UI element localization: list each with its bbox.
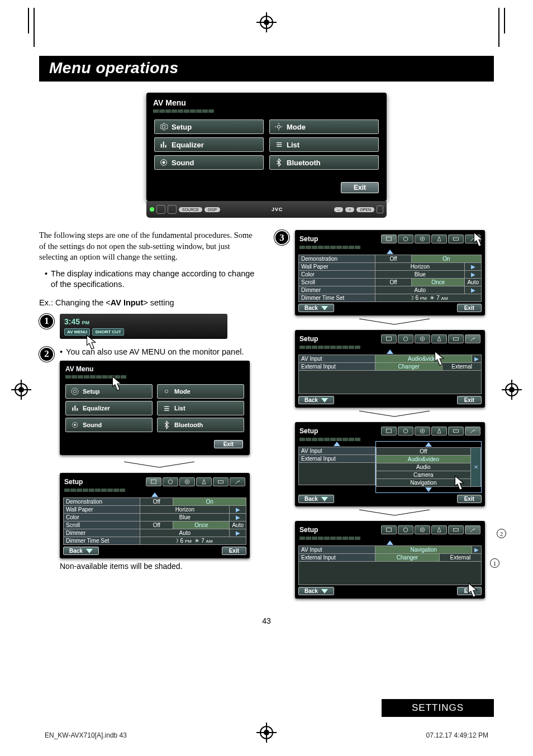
opt-on[interactable]: On bbox=[173, 498, 246, 506]
opt-audiovideo[interactable]: Audio&video bbox=[376, 456, 470, 463]
tab-monitor-icon[interactable] bbox=[381, 235, 397, 243]
tab-input-icon[interactable] bbox=[448, 235, 464, 243]
tab-clock-icon[interactable] bbox=[398, 525, 413, 534]
chevron-right-icon[interactable]: ▶ bbox=[230, 506, 246, 514]
menu-item-sound[interactable]: Sound bbox=[65, 418, 153, 432]
back-button[interactable]: Back bbox=[298, 495, 334, 503]
tab-wrench-icon[interactable] bbox=[465, 235, 480, 243]
chin-disp-button[interactable]: DISP bbox=[204, 207, 220, 212]
chevron-right-icon[interactable]: ▶ bbox=[465, 286, 482, 294]
opt-off[interactable]: Off bbox=[375, 279, 411, 286]
exit-button[interactable]: Exit bbox=[457, 396, 482, 404]
opt-navigation[interactable]: Navigation bbox=[376, 479, 470, 487]
tab-wrench-icon[interactable] bbox=[230, 477, 245, 486]
tab-tuner-icon[interactable] bbox=[431, 334, 447, 343]
menu-item-bluetooth[interactable]: Bluetooth bbox=[269, 155, 379, 170]
menu-item-setup[interactable]: Setup bbox=[154, 119, 264, 134]
exit-button[interactable]: Exit bbox=[457, 304, 482, 312]
exit-button[interactable]: Exit bbox=[457, 587, 482, 595]
opt-off[interactable]: Off bbox=[375, 255, 411, 263]
tab-wrench-icon[interactable] bbox=[465, 334, 480, 343]
opt-off[interactable]: Off bbox=[140, 498, 173, 506]
menu-item-sound[interactable]: Sound bbox=[154, 155, 264, 170]
tab-clock-icon[interactable] bbox=[398, 427, 413, 436]
opt-audio[interactable]: Audio bbox=[376, 463, 470, 471]
menu-item-equalizer[interactable]: Equalizer bbox=[154, 137, 264, 152]
opt-external[interactable]: External bbox=[442, 363, 482, 371]
opt-color[interactable]: Blue bbox=[375, 271, 465, 279]
opt-off[interactable]: Off bbox=[376, 448, 470, 456]
av-menu-pill[interactable]: AV MENU bbox=[64, 328, 90, 336]
chevron-right-icon[interactable]: ▶ bbox=[472, 355, 482, 363]
chevron-right-icon[interactable]: ▶ bbox=[465, 263, 482, 271]
tab-clock-icon[interactable] bbox=[163, 477, 178, 486]
tab-input-icon[interactable] bbox=[448, 525, 464, 534]
opt-camera[interactable]: Camera bbox=[376, 471, 470, 479]
opt-auto[interactable]: Auto bbox=[230, 521, 246, 529]
tab-disc-icon[interactable] bbox=[179, 477, 195, 486]
menu-item-bluetooth[interactable]: Bluetooth bbox=[157, 418, 244, 432]
close-icon[interactable]: ✕ bbox=[471, 448, 481, 487]
chevron-right-icon[interactable]: ▶ bbox=[230, 514, 246, 521]
tab-disc-icon[interactable] bbox=[415, 525, 430, 534]
opt-navigation[interactable]: Navigation bbox=[375, 546, 472, 554]
shortcut-pill[interactable]: SHORT CUT bbox=[92, 328, 124, 336]
opt-changer[interactable]: Changer bbox=[375, 554, 439, 562]
back-button[interactable]: Back bbox=[298, 304, 334, 312]
tab-disc-icon[interactable] bbox=[415, 427, 430, 436]
tab-tuner-icon[interactable] bbox=[196, 477, 212, 486]
back-button[interactable]: Back bbox=[63, 547, 99, 555]
exit-button[interactable]: Exit bbox=[457, 495, 482, 503]
opt-off[interactable]: Off bbox=[140, 521, 173, 529]
tab-monitor-icon[interactable] bbox=[381, 334, 397, 343]
menu-item-equalizer[interactable]: Equalizer bbox=[65, 401, 153, 415]
menu-item-mode[interactable]: Mode bbox=[157, 384, 244, 399]
scroll-up-icon[interactable] bbox=[298, 249, 482, 255]
tab-tuner-icon[interactable] bbox=[431, 427, 447, 436]
scroll-up-icon[interactable] bbox=[376, 442, 481, 447]
chevron-right-icon[interactable]: ▶ bbox=[472, 546, 482, 554]
tab-tuner-icon[interactable] bbox=[431, 525, 447, 534]
exit-button[interactable]: Exit bbox=[222, 547, 246, 555]
exit-button[interactable]: Exit bbox=[214, 440, 243, 448]
menu-item-list[interactable]: List bbox=[269, 137, 379, 152]
opt-dimmer[interactable]: Auto bbox=[140, 529, 230, 537]
exit-button[interactable]: Exit bbox=[341, 182, 379, 193]
scroll-up-icon[interactable] bbox=[298, 540, 482, 546]
chevron-right-icon[interactable]: ▶ bbox=[465, 271, 482, 279]
tab-clock-icon[interactable] bbox=[398, 334, 413, 343]
tab-clock-icon[interactable] bbox=[398, 235, 413, 243]
menu-item-setup[interactable]: Setup bbox=[65, 384, 153, 399]
scroll-down-icon[interactable] bbox=[376, 487, 481, 492]
menu-item-list[interactable]: List bbox=[157, 401, 244, 415]
tab-input-icon[interactable] bbox=[448, 427, 464, 436]
chin-minus-button[interactable]: – bbox=[334, 207, 343, 212]
opt-color[interactable]: Blue bbox=[140, 514, 230, 521]
chin-open-button[interactable]: OPEN bbox=[356, 207, 374, 212]
scroll-up-icon[interactable] bbox=[63, 492, 246, 497]
menu-item-mode[interactable]: Mode bbox=[269, 119, 379, 134]
tab-disc-icon[interactable] bbox=[415, 334, 430, 343]
opt-changer[interactable]: Changer bbox=[375, 363, 442, 371]
back-button[interactable]: Back bbox=[298, 587, 334, 595]
opt-external[interactable]: External bbox=[439, 554, 481, 562]
tab-monitor-icon[interactable] bbox=[381, 427, 397, 436]
tab-tuner-icon[interactable] bbox=[431, 235, 447, 243]
opt-once[interactable]: Once bbox=[173, 521, 230, 529]
scroll-up-icon[interactable] bbox=[298, 441, 375, 447]
back-button[interactable]: Back bbox=[298, 396, 334, 404]
tab-input-icon[interactable] bbox=[448, 334, 464, 343]
opt-dts[interactable]: ☽ 6 PM ☀ 7 AM bbox=[140, 537, 246, 545]
chevron-right-icon[interactable]: ▶ bbox=[230, 529, 246, 537]
chin-plus-button[interactable]: + bbox=[345, 207, 354, 212]
chin-source-button[interactable]: SOURCE bbox=[179, 207, 202, 212]
scroll-up-icon[interactable] bbox=[298, 349, 482, 355]
opt-wall[interactable]: Horizon bbox=[375, 263, 465, 271]
opt-dimmer[interactable]: Auto bbox=[375, 286, 465, 294]
tab-monitor-icon[interactable] bbox=[146, 477, 161, 486]
opt-av[interactable]: Audio&video bbox=[375, 355, 472, 363]
opt-once[interactable]: Once bbox=[411, 279, 465, 286]
opt-dts[interactable]: ☽ 6 PM ☀ 7 AM bbox=[375, 294, 482, 302]
opt-wall[interactable]: Horizon bbox=[140, 506, 230, 514]
tab-disc-icon[interactable] bbox=[415, 235, 430, 243]
